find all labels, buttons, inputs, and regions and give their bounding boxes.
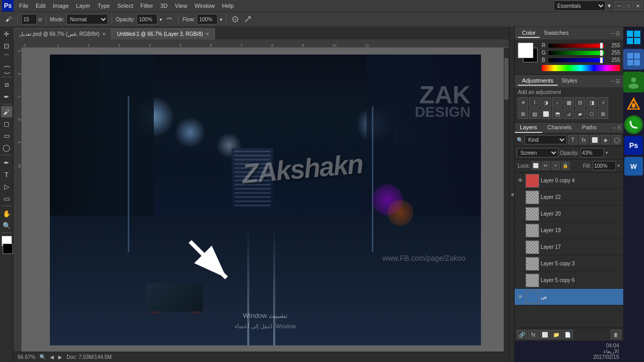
blend-mode-select[interactable]: Screen <box>517 148 558 157</box>
next-btn[interactable]: ▶ <box>58 354 62 360</box>
color-menu-icon[interactable]: ☰ <box>615 31 620 36</box>
filter-fx-icon[interactable]: fx <box>579 135 588 144</box>
color-swatches-preview[interactable] <box>518 43 539 63</box>
filter-type-icon[interactable]: T <box>568 135 578 144</box>
pen-tool[interactable]: ✒ <box>1 157 12 168</box>
new-layer-btn[interactable]: 📄 <box>562 330 573 339</box>
menu-type[interactable]: Type <box>94 2 114 10</box>
tab-paths[interactable]: Paths <box>577 123 602 133</box>
adj-exposure[interactable]: ◑ <box>541 97 551 108</box>
link-layers-btn[interactable]: 🔗 <box>517 330 527 339</box>
adj-colorlookup[interactable]: ▤ <box>529 109 540 119</box>
smooth-icon[interactable] <box>230 14 240 24</box>
tab-1[interactable]: تعديل.psd @ 66.7% (قص, RGB/8#) ✕ <box>14 28 112 39</box>
layer-eye-20[interactable]: 👁 <box>517 210 524 218</box>
collapse-handle[interactable]: ◀ <box>509 27 514 362</box>
layer-eye-22[interactable]: 👁 <box>517 194 524 201</box>
crop-tool[interactable]: ⧄ <box>1 79 12 90</box>
r-slider[interactable] <box>548 44 604 48</box>
lock-pixel-icon[interactable]: ⬜ <box>532 162 540 170</box>
layer-row-0copy4[interactable]: 👁 Layer 0 copy 4 <box>515 172 623 189</box>
zoom-tool[interactable]: 🔍 <box>1 220 12 231</box>
layer-eye-0copy4[interactable]: 👁 <box>517 177 524 184</box>
new-group-btn[interactable]: 📁 <box>551 330 561 339</box>
menu-window[interactable]: Window <box>191 2 218 10</box>
menu-layer[interactable]: Layer <box>72 2 94 10</box>
tab-color[interactable]: Color <box>518 29 540 38</box>
pictures-icon[interactable] <box>623 72 644 92</box>
brush-size-input[interactable] <box>21 14 37 24</box>
tab-layers[interactable]: Layers <box>515 123 542 133</box>
filter-select[interactable]: Kind <box>525 135 567 144</box>
lock-position-icon[interactable]: ✏ <box>542 162 550 170</box>
vlc-icon[interactable] <box>623 93 644 114</box>
tab-1-close[interactable]: ✕ <box>102 31 106 37</box>
fill-value-input[interactable]: 100% <box>593 161 616 170</box>
opacity-input[interactable] <box>137 14 157 24</box>
lock-all-icon[interactable]: 🔒 <box>561 162 570 170</box>
adj-curves[interactable]: ⌇ <box>529 97 540 108</box>
workspace-selector[interactable]: Essentials <box>554 1 606 11</box>
workspace-arrow[interactable]: ▾ <box>608 2 611 9</box>
background-color[interactable] <box>3 244 13 254</box>
delete-layer-btn[interactable]: 🗑 <box>611 330 621 339</box>
airbrush-btn[interactable] <box>164 14 175 24</box>
v-scroll-thumb[interactable] <box>504 58 508 100</box>
fg-color-box[interactable] <box>518 43 533 58</box>
magic-wand-tool[interactable]: ⁐ <box>1 64 12 75</box>
path-select-tool[interactable]: ▷ <box>1 181 12 192</box>
zoom-icon[interactable]: 🔍 <box>39 354 46 360</box>
flow-arrow[interactable]: ▾ <box>220 17 222 22</box>
add-style-btn[interactable]: fx <box>528 330 539 339</box>
layer-row-5copy3[interactable]: 👁 Layer 5 copy 3 <box>515 256 623 272</box>
lock-artboard-icon[interactable]: + <box>552 162 560 170</box>
menu-view[interactable]: View <box>171 2 191 10</box>
brush-tool[interactable]: 🖌 <box>1 106 12 117</box>
adj-colorbalance[interactable]: ⊟ <box>575 97 585 108</box>
angle-icon[interactable] <box>243 14 253 24</box>
b-value[interactable]: 255 <box>606 57 620 63</box>
adj-gradient-map[interactable]: ▰ <box>575 109 585 119</box>
mode-select[interactable]: Normal <box>66 14 108 24</box>
layer-row-20[interactable]: 👁 Layer 20 <box>515 206 623 222</box>
lasso-tool[interactable]: ⌒ <box>1 52 12 63</box>
brush-size-icon[interactable]: ⊙ <box>38 17 42 22</box>
adj-hsl[interactable]: ▦ <box>564 97 574 108</box>
layer-eye-5copy3[interactable]: 👁 <box>517 260 524 267</box>
tab-channels[interactable]: Channels <box>542 123 576 133</box>
opacity-arrow[interactable]: ▾ <box>159 17 162 22</box>
adj-threshold[interactable]: ⊿ <box>564 109 574 119</box>
adj-brightness[interactable]: ☀ <box>518 97 528 108</box>
b-slider[interactable] <box>548 58 604 62</box>
type-tool[interactable]: T <box>1 169 12 180</box>
adj-photofilter[interactable]: ▿ <box>598 97 608 108</box>
tab-2[interactable]: Untitled-1 @ 66.7% (Layer 3, RGB/8) ✕ <box>112 28 215 39</box>
dodge-tool[interactable]: ◯ <box>1 142 12 153</box>
layer-row-17[interactable]: 👁 Layer 17 <box>515 239 623 256</box>
phone-icon[interactable] <box>624 115 643 134</box>
eraser-tool[interactable]: ◻ <box>1 118 12 129</box>
layer-eye-19[interactable]: 👁 <box>517 227 524 234</box>
r-value[interactable]: 255 <box>606 43 620 48</box>
windows-icon[interactable] <box>623 27 644 48</box>
opacity-value-input[interactable]: 43% <box>581 148 604 157</box>
flow-input[interactable] <box>197 14 218 24</box>
word-icon[interactable]: W <box>624 157 643 176</box>
close-btn[interactable]: ✕ <box>634 2 642 10</box>
adj-more[interactable]: ⊞ <box>598 109 608 119</box>
menu-select[interactable]: Select <box>114 2 137 10</box>
g-value[interactable]: 255 <box>606 50 620 56</box>
gradient-tool[interactable]: ▭ <box>1 130 12 141</box>
layer-eye-17[interactable]: 👁 <box>517 244 524 251</box>
maximize-btn[interactable]: □ <box>624 2 633 10</box>
layers-collapse-icon[interactable]: ─ <box>613 125 616 130</box>
adj-bw[interactable]: ◨ <box>586 97 597 108</box>
menu-file[interactable]: File <box>16 2 32 10</box>
adj-menu-icon[interactable]: ☰ <box>615 78 620 84</box>
shape-tool[interactable]: ▭ <box>1 193 12 204</box>
layers-menu-icon[interactable]: ☰ <box>617 125 621 130</box>
layer-row-22[interactable]: 👁 Layer 22 <box>515 189 623 206</box>
color-collapse-icon[interactable]: ─ <box>611 31 614 36</box>
photoshop-dock-icon[interactable]: Ps <box>624 136 643 155</box>
filter-mask-icon[interactable]: ⬜ <box>590 135 599 144</box>
